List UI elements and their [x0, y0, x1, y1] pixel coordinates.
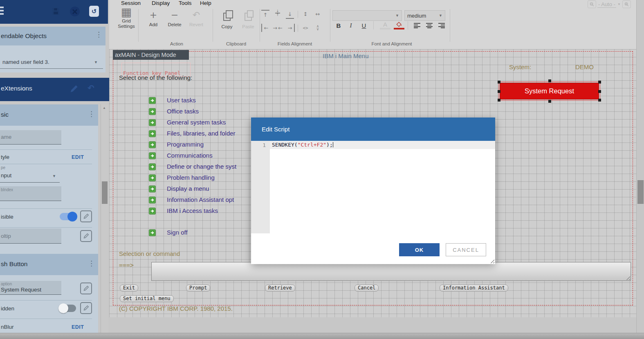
option-arrow-icon[interactable]: [149, 185, 156, 192]
menu-option[interactable]: Programming: [167, 141, 204, 148]
canvas-scrollbar[interactable]: [636, 0, 644, 339]
menu-option[interactable]: User tasks: [167, 97, 196, 104]
zoom-in-icon[interactable]: [622, 0, 631, 8]
option-arrow-icon[interactable]: [149, 197, 156, 203]
font-family-select[interactable]: ▼: [332, 10, 402, 21]
resize-handle-n[interactable]: [548, 79, 551, 82]
fkey-retrieve[interactable]: Retrieve: [265, 285, 295, 292]
align-top-icon[interactable]: ↑: [261, 10, 269, 19]
object-select[interactable]: named user field 3.: [2, 59, 49, 65]
align-bottom-icon[interactable]: ↓: [286, 10, 294, 19]
resize-handle-ne[interactable]: [598, 81, 601, 84]
command-label-widget[interactable]: Selection or command: [119, 250, 180, 257]
resize-handle-sw[interactable]: [498, 99, 500, 102]
scrollbar-thumb[interactable]: [637, 180, 644, 204]
panel-header-push-button[interactable]: sh Button ⋮: [0, 254, 98, 275]
fkey-prompt[interactable]: Prompt: [186, 285, 210, 292]
menu-option[interactable]: Problem handling: [167, 174, 215, 181]
visible-toggle[interactable]: [60, 213, 76, 220]
resize-handle-s[interactable]: [548, 100, 551, 103]
zoom-dropdown-icon[interactable]: ▼: [617, 2, 621, 6]
hidden-edit-icon[interactable]: [80, 302, 92, 314]
panel-header-extendable-objects[interactable]: endable Objects ⋮: [0, 27, 105, 45]
system-value-widget[interactable]: DEMO: [575, 63, 594, 70]
add-button[interactable]: + Add: [143, 10, 164, 27]
design-mode-tab[interactable]: axMAIN - Design Mode: [113, 50, 189, 60]
delete-button[interactable]: − Delete: [164, 10, 185, 27]
revert-button[interactable]: ↶ Revert: [186, 10, 206, 27]
option-arrow-icon[interactable]: [149, 141, 156, 148]
menu-option[interactable]: Define or change the syst: [167, 163, 236, 170]
option-arrow-icon[interactable]: [149, 174, 156, 181]
caption-field[interactable]: aption System Request: [0, 281, 61, 295]
option-arrow-icon[interactable]: [149, 108, 156, 115]
stretch-horizontal-icon[interactable]: ↔: [314, 10, 322, 18]
dropdown-arrow-icon[interactable]: ▼: [94, 60, 98, 64]
resize-handle-e[interactable]: [598, 90, 601, 93]
fkey-set-initial-menu[interactable]: Set initial menu: [120, 295, 174, 302]
command-input[interactable]: [151, 262, 631, 281]
option-arrow-icon[interactable]: [149, 163, 156, 170]
scroll-up-icon[interactable]: ▲: [103, 106, 106, 110]
script-editor[interactable]: 1 SENDKEY("Ctrl+F2");: [251, 141, 495, 233]
system-label-widget[interactable]: System:: [509, 63, 531, 70]
tooltip-field[interactable]: oltip: [0, 228, 61, 244]
align-vertical-center-icon[interactable]: ↓↑: [274, 9, 282, 17]
kebab-menu-icon[interactable]: ⋮: [95, 31, 102, 38]
menu-option[interactable]: IBM i Access tasks: [167, 207, 218, 214]
resize-handle-se[interactable]: [598, 99, 601, 102]
zoom-level-select[interactable]: - Auto -: [597, 1, 616, 8]
menu-tools[interactable]: Tools: [179, 0, 192, 6]
align-horizontal-center-icon[interactable]: →←: [274, 24, 282, 32]
option-arrow-icon[interactable]: [149, 97, 156, 104]
screen-title-widget[interactable]: IBM i Main Menu: [323, 52, 369, 59]
close-icon[interactable]: [70, 7, 80, 16]
spread-vertical-icon[interactable]: ∧∨: [314, 24, 322, 32]
menu-option[interactable]: Office tasks: [167, 108, 199, 115]
text-align-left-button[interactable]: [412, 20, 422, 30]
revert-to-saved-icon[interactable]: ↺: [89, 6, 99, 17]
panel-header-basic[interactable]: sic ⋮: [0, 104, 98, 126]
command-arrow-widget[interactable]: ===>: [119, 262, 134, 269]
hamburger-menu-icon[interactable]: [0, 7, 4, 16]
kebab-menu-icon[interactable]: ⋮: [88, 111, 95, 118]
menu-option[interactable]: Information Assistant opt: [167, 196, 234, 203]
align-right-edge-icon[interactable]: →: [286, 24, 295, 32]
cancel-button[interactable]: CANCEL: [446, 243, 486, 256]
style-edit-link[interactable]: EDIT: [72, 154, 84, 160]
italic-button[interactable]: I: [346, 20, 356, 30]
hidden-toggle[interactable]: [60, 305, 76, 312]
resize-handle-w[interactable]: [498, 90, 500, 93]
fkey-information-assistant[interactable]: Information Assistant: [440, 285, 508, 292]
system-request-button-widget[interactable]: System Request: [500, 83, 599, 99]
kebab-menu-icon[interactable]: ⋮: [88, 260, 95, 267]
edit-pencil-icon[interactable]: [70, 84, 79, 95]
code-line[interactable]: SENDKEY("Ctrl+F2");: [270, 141, 495, 149]
caption-edit-icon[interactable]: [80, 282, 92, 294]
onblur-edit-link[interactable]: EDIT: [72, 324, 84, 330]
copy-button[interactable]: Copy: [217, 10, 237, 29]
option-arrow-icon[interactable]: [149, 130, 156, 137]
scrollbar-thumb[interactable]: [102, 181, 108, 204]
text-align-center-button[interactable]: [424, 20, 435, 30]
fkey-cancel[interactable]: Cancel: [355, 285, 379, 292]
option-arrow-icon[interactable]: [149, 152, 156, 159]
tooltip-edit-icon[interactable]: [80, 230, 92, 242]
copyright-widget[interactable]: (C) COPYRIGHT IBM CORP. 1980, 2015.: [119, 305, 233, 312]
fill-color-button[interactable]: [394, 20, 404, 29]
name-field[interactable]: ame: [0, 130, 61, 145]
fkey-exit[interactable]: Exit: [120, 285, 138, 292]
save-icon[interactable]: [51, 7, 61, 16]
align-left-edge-icon[interactable]: ←: [261, 24, 270, 32]
menu-display[interactable]: Display: [152, 0, 170, 6]
menu-help[interactable]: Help: [200, 0, 211, 6]
font-size-select[interactable]: medium▼: [404, 10, 445, 21]
menu-option[interactable]: Files, libraries, and folder: [167, 130, 236, 137]
sidebar-scrollbar[interactable]: ▲: [101, 104, 108, 333]
bold-button[interactable]: B: [333, 20, 344, 30]
dialog-titlebar[interactable]: Edit Script: [251, 118, 495, 141]
paste-button[interactable]: Paste: [238, 10, 258, 29]
panel-header-extensions[interactable]: eXtensions ↶: [0, 78, 109, 101]
select-prompt-widget[interactable]: Select one of the following:: [119, 74, 192, 81]
underline-button[interactable]: U: [359, 20, 369, 30]
